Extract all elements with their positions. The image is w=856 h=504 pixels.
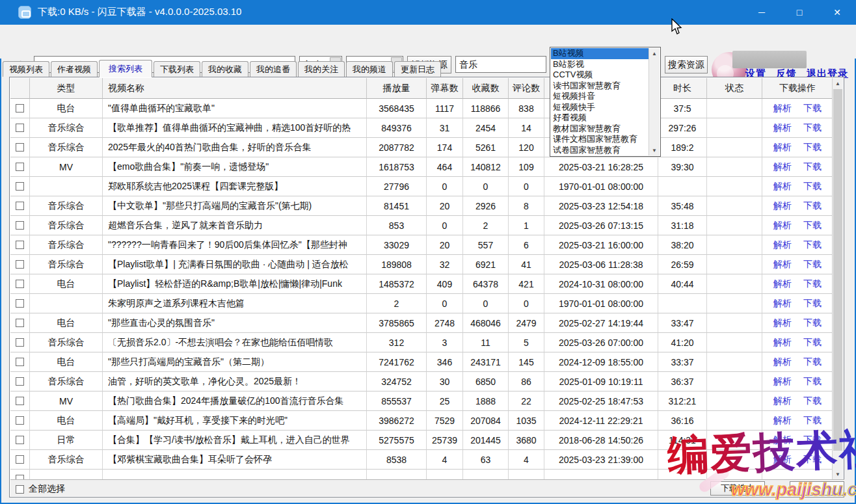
site-option-9[interactable]: 试卷国家智慧教育 — [551, 145, 649, 156]
tab-3[interactable]: 下载列表 — [154, 61, 200, 77]
download-link[interactable]: 下载 — [803, 200, 822, 212]
scroll-up-icon[interactable]: ▲ — [649, 48, 660, 59]
download-link[interactable]: 下载 — [803, 239, 822, 251]
row-checkbox[interactable] — [16, 436, 24, 444]
column-header-1[interactable]: 类型 — [30, 78, 103, 99]
maximize-button[interactable]: □ — [781, 0, 818, 25]
scroll-up-icon[interactable]: ▲ — [833, 78, 843, 89]
row-checkbox[interactable] — [16, 319, 24, 327]
cell-plays: 3785865 — [367, 313, 427, 333]
row-checkbox[interactable] — [16, 143, 24, 152]
column-header-4[interactable]: 弹幕数 — [427, 78, 463, 99]
download-link[interactable]: 下载 — [803, 317, 822, 329]
site-option-0[interactable]: B站视频 — [551, 48, 649, 59]
tab-1[interactable]: 作者视频 — [51, 61, 98, 77]
row-checkbox[interactable] — [16, 260, 24, 269]
parse-link[interactable]: 解析 — [773, 395, 792, 407]
parse-link[interactable]: 解析 — [773, 200, 792, 212]
column-header-5[interactable]: 收藏数 — [463, 78, 509, 99]
download-link[interactable]: 下载 — [803, 376, 822, 388]
download-link[interactable]: 下载 — [803, 220, 822, 232]
site-option-6[interactable]: 好看视频 — [551, 113, 649, 124]
download-link[interactable]: 下载 — [803, 337, 822, 349]
download-link[interactable]: 下载 — [803, 103, 822, 114]
parse-link[interactable]: 解析 — [773, 278, 792, 290]
row-checkbox[interactable] — [16, 163, 24, 171]
dropdown-scrollbar[interactable]: ▲ ▼ — [649, 48, 660, 155]
search-keyword-input[interactable]: 音乐 — [455, 56, 546, 73]
parse-link[interactable]: 解析 — [773, 259, 792, 271]
download-link[interactable]: 下载 — [803, 259, 822, 271]
tab-0[interactable]: 视频列表 — [3, 61, 49, 77]
search-resource-button[interactable]: 搜索资源 — [665, 56, 708, 73]
row-checkbox[interactable] — [16, 299, 24, 308]
column-header-10[interactable]: 下载操作 — [762, 78, 833, 99]
site-option-4[interactable]: 短视频抖音 — [551, 91, 649, 102]
parse-link[interactable]: 解析 — [773, 317, 792, 329]
column-header-0[interactable] — [10, 78, 30, 99]
column-header-8[interactable]: 时长 — [658, 78, 707, 99]
vertical-scrollbar[interactable]: ▲ ▼ — [832, 78, 843, 480]
scrollbar-thumb[interactable] — [833, 89, 842, 451]
parse-link[interactable]: 解析 — [773, 356, 792, 368]
app-window: 下载:0 KB/s - 闪豆下载器 - v4.0.0.0-2025.03.10 … — [0, 0, 856, 504]
minimize-button[interactable]: ─ — [743, 0, 781, 25]
cell-published — [544, 470, 658, 480]
tab-4[interactable]: 我的收藏 — [202, 61, 248, 77]
site-option-3[interactable]: 读书国家智慧教育 — [551, 81, 649, 92]
cell-danmaku: 31 — [427, 118, 463, 138]
row-checkbox[interactable] — [16, 182, 24, 191]
parse-link[interactable]: 解析 — [773, 298, 792, 310]
download-link[interactable]: 下载 — [803, 356, 822, 368]
site-option-2[interactable]: CCTV视频 — [551, 70, 649, 81]
tab-5[interactable]: 我的追番 — [250, 61, 297, 77]
parse-link[interactable]: 解析 — [773, 239, 792, 251]
tab-6[interactable]: 我的关注 — [298, 61, 345, 77]
parse-link[interactable]: 解析 — [773, 161, 792, 173]
cell-plays: 189808 — [367, 255, 427, 274]
cell-favorites: 6921 — [463, 255, 509, 274]
parse-link[interactable]: 解析 — [773, 122, 792, 134]
row-checkbox[interactable] — [16, 202, 24, 210]
parse-link[interactable]: 解析 — [773, 181, 792, 192]
parse-link[interactable]: 解析 — [773, 376, 792, 388]
close-button[interactable]: ✕ — [818, 0, 856, 25]
site-option-8[interactable]: 课件文档国家智慧教育 — [551, 134, 649, 145]
row-checkbox[interactable] — [16, 124, 24, 132]
row-checkbox[interactable] — [16, 241, 24, 249]
column-header-9[interactable]: 状态 — [707, 78, 762, 99]
row-checkbox[interactable] — [16, 397, 24, 405]
download-link[interactable]: 下载 — [803, 161, 822, 173]
site-option-5[interactable]: 短视频快手 — [551, 102, 649, 113]
cell-published: 2025-03-26 07:13:15 — [544, 216, 658, 235]
download-link[interactable]: 下载 — [803, 395, 822, 407]
row-checkbox[interactable] — [16, 338, 24, 347]
column-header-3[interactable]: 播放量 — [367, 78, 427, 99]
row-checkbox[interactable] — [16, 455, 24, 464]
parse-link[interactable]: 解析 — [773, 337, 792, 349]
download-link[interactable]: 下载 — [803, 181, 822, 192]
site-option-7[interactable]: 教材国家智慧教育 — [551, 124, 649, 135]
row-checkbox[interactable] — [16, 104, 24, 113]
tab-2[interactable]: 搜索列表 — [99, 60, 152, 77]
download-link[interactable]: 下载 — [803, 142, 822, 153]
site-option-1[interactable]: B站影视 — [551, 59, 649, 70]
download-link[interactable]: 下载 — [803, 278, 822, 290]
cell-type: 音乐综合 — [30, 138, 103, 157]
row-checkbox[interactable] — [16, 221, 24, 230]
scroll-down-icon[interactable]: ▼ — [649, 145, 660, 155]
parse-link[interactable]: 解析 — [773, 103, 792, 114]
row-checkbox[interactable] — [16, 358, 24, 366]
tab-8[interactable]: 更新日志 — [394, 61, 441, 77]
select-all-checkbox[interactable] — [16, 485, 24, 494]
download-link[interactable]: 下载 — [803, 298, 822, 310]
tab-7[interactable]: 我的频道 — [346, 61, 393, 77]
column-header-6[interactable]: 评论数 — [509, 78, 544, 99]
row-checkbox[interactable] — [16, 377, 24, 386]
parse-link[interactable]: 解析 — [773, 220, 792, 232]
row-checkbox[interactable] — [16, 416, 24, 425]
parse-link[interactable]: 解析 — [773, 142, 792, 153]
row-checkbox[interactable] — [16, 280, 24, 288]
download-link[interactable]: 下载 — [803, 122, 822, 134]
column-header-2[interactable]: 视频名称 — [103, 78, 367, 99]
